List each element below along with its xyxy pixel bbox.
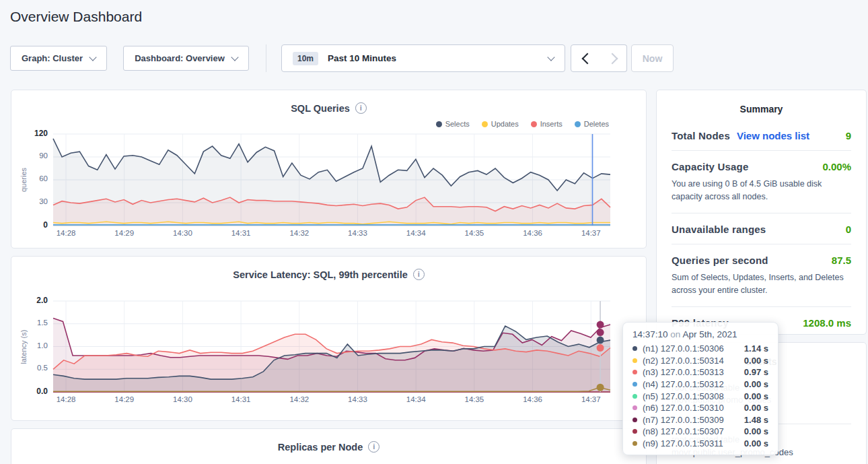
x-tick-label: 14:36: [516, 229, 550, 237]
chart-title: SQL Queries i: [11, 90, 646, 114]
chart-canvas: [53, 134, 610, 226]
summary-description: You are using 0 B of 4.5 GiB usable disk…: [672, 178, 851, 204]
summary-label: Unavailable ranges: [672, 224, 766, 235]
chart-legend: Selects Updates Inserts Deletes: [436, 120, 609, 128]
hover-point-dot: [597, 321, 604, 329]
node-latency-value: 0.00 s: [744, 379, 768, 389]
series-color-dot: [632, 429, 637, 434]
x-tick-label: 14:33: [341, 395, 375, 403]
x-tick-label: 14:31: [224, 395, 258, 403]
node-latency-value: 0.00 s: [744, 438, 768, 449]
x-tick-label: 14:30: [166, 395, 199, 403]
y-tick-label: 120: [18, 129, 48, 138]
chart-plot[interactable]: 14:2814:2914:3014:3114:3214:3314:3414:35…: [53, 134, 610, 226]
summary-value: 87.5: [832, 255, 851, 266]
x-tick-label: 14:29: [108, 395, 141, 403]
summary-value: 0: [846, 224, 851, 235]
sql-queries-chart-panel: SQL Queries i Selects Updates Inserts De…: [11, 90, 647, 248]
tooltip-node-row: (n2) 127.0.0.1:50314 0.00 s: [632, 355, 768, 367]
node-address: (n2) 127.0.0.1:50314: [643, 356, 724, 366]
time-prev-button[interactable]: [571, 44, 601, 72]
legend-color-dot: [436, 121, 442, 127]
legend-color-dot: [531, 121, 537, 127]
info-icon[interactable]: i: [355, 102, 367, 114]
y-tick-label: 90: [18, 152, 48, 160]
y-tick-label: 2.0: [18, 296, 48, 305]
x-tick-label: 14:37: [574, 395, 608, 403]
summary-label: Total Nodes: [672, 130, 730, 141]
series-color-dot: [632, 382, 637, 387]
y-tick-label: 0.5: [18, 364, 48, 372]
legend-item[interactable]: Inserts: [531, 120, 563, 128]
node-latency-value: 1.48 s: [744, 415, 768, 425]
view-nodes-list-link[interactable]: View nodes list: [737, 130, 809, 141]
tooltip-node-row: (n3) 127.0.0.1:50313 0.97 s: [632, 366, 768, 378]
graph-dropdown-label: Graph: Cluster: [22, 53, 83, 63]
legend-label: Deletes: [584, 120, 609, 128]
node-latency-value: 1.14 s: [744, 343, 768, 354]
chart-title-text: Replicas per Node: [278, 442, 363, 453]
y-tick-label: 30: [18, 197, 48, 205]
info-icon[interactable]: i: [413, 269, 425, 280]
series-color-dot: [632, 418, 637, 422]
hover-point-dot: [597, 337, 604, 344]
y-tick-label: 1.5: [18, 319, 48, 327]
chart-title-text: SQL Queries: [291, 103, 350, 114]
legend-item[interactable]: Updates: [482, 120, 519, 128]
summary-label: Capacity Usage: [672, 161, 749, 172]
chart-plot[interactable]: 14:2814:2914:3014:3114:3214:3314:3414:35…: [53, 301, 610, 392]
node-address: (n7) 127.0.0.1:50309: [643, 415, 724, 425]
service-latency-chart-panel: Service Latency: SQL, 99th percentile i …: [11, 256, 647, 421]
node-address: (n3) 127.0.0.1:50313: [643, 367, 724, 377]
node-address: (n1) 127.0.0.1:50306: [643, 343, 724, 354]
node-latency-value: 0.00 s: [744, 426, 768, 436]
chart-canvas: [53, 301, 610, 392]
x-tick-label: 14:35: [458, 229, 491, 237]
summary-row: Total Nodes View nodes list 9: [672, 120, 851, 151]
tooltip-node-row: (n6) 127.0.0.1:50310 0.00 s: [632, 402, 768, 414]
dashboard-dropdown[interactable]: Dashboard: Overview: [123, 46, 249, 71]
series-color-dot: [632, 405, 637, 410]
summary-label: Queries per second: [672, 255, 768, 266]
node-latency-value: 0.97 s: [744, 367, 768, 377]
chart-tooltip: 14:37:10 on Apr 5th, 2021 (n1) 127.0.0.1…: [622, 322, 779, 455]
graph-dropdown[interactable]: Graph: Cluster: [10, 46, 107, 71]
node-address: (n9) 127.0.0.1:50311: [643, 438, 723, 449]
chart-title: Service Latency: SQL, 99th percentile i: [11, 257, 646, 280]
dashboard-dropdown-label: Dashboard: Overview: [135, 53, 225, 63]
info-icon[interactable]: i: [368, 441, 379, 453]
time-next-button[interactable]: [600, 44, 627, 72]
chevron-down-icon: [547, 53, 554, 61]
x-tick-label: 14:34: [399, 395, 433, 403]
tooltip-node-row: (n1) 127.0.0.1:50306 1.14 s: [632, 343, 768, 355]
summary-row-head: Unavailable ranges 0: [672, 224, 851, 235]
summary-value: 9: [846, 130, 851, 141]
node-latency-value: 0.00 s: [744, 391, 768, 401]
tooltip-timestamp: 14:37:10 on Apr 5th, 2021: [632, 329, 768, 339]
chart-title-text: Service Latency: SQL, 99th percentile: [233, 269, 408, 280]
chart-title: Replicas per Node i: [11, 429, 646, 453]
time-range-picker[interactable]: 10m Past 10 Minutes: [281, 44, 565, 72]
tooltip-time: 14:37:10: [632, 329, 668, 339]
y-axis-unit-label: queries: [20, 168, 28, 192]
legend-item[interactable]: Deletes: [575, 120, 609, 128]
node-address: (n8) 127.0.0.1:50307: [643, 426, 724, 436]
summary-row: Capacity Usage 0.00% You are using 0 B o…: [672, 151, 851, 213]
node-latency-value: 0.00 s: [744, 356, 768, 366]
node-address: (n6) 127.0.0.1:50310: [643, 403, 724, 413]
summary-rows: Total Nodes View nodes list 9 Capacity U…: [672, 120, 851, 337]
x-tick-label: 14:35: [458, 395, 491, 403]
time-range-badge: 10m: [293, 52, 318, 65]
legend-label: Selects: [445, 120, 470, 128]
legend-item[interactable]: Selects: [436, 120, 470, 128]
series-color-dot: [632, 394, 637, 399]
node-address: (n5) 127.0.0.1:50308: [643, 391, 724, 401]
now-button[interactable]: Now: [631, 44, 674, 72]
x-tick-label: 14:36: [516, 395, 550, 403]
x-tick-label: 14:28: [49, 395, 83, 403]
series-color-dot: [632, 346, 637, 351]
chevron-down-icon: [231, 53, 238, 61]
tooltip-on: on: [670, 329, 680, 339]
tooltip-node-row: (n4) 127.0.0.1:50312 0.00 s: [632, 378, 768, 391]
hover-point-dot: [597, 344, 604, 352]
